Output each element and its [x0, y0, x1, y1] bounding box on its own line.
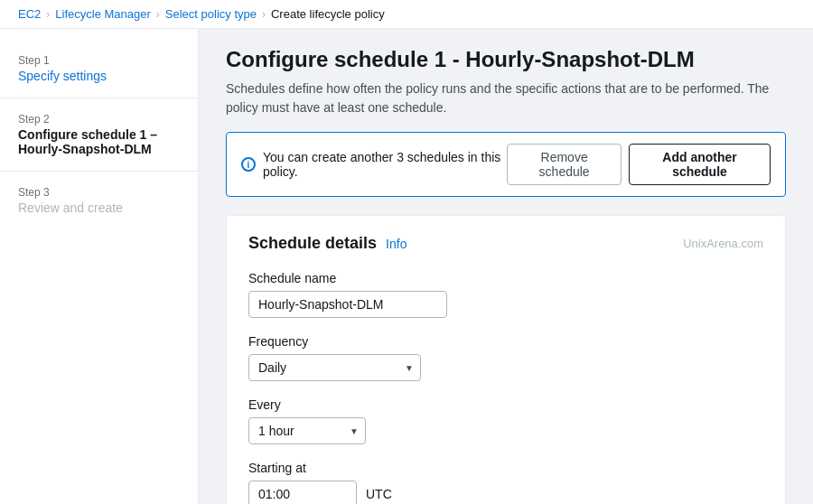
breadcrumb-lifecycle[interactable]: Lifecycle Manager: [55, 7, 151, 21]
breadcrumb-sep-1: ›: [46, 8, 50, 21]
starting-at-label: Starting at: [248, 461, 763, 475]
sidebar-divider-1: [0, 98, 198, 98]
starting-at-row: UTC: [248, 481, 763, 504]
breadcrumb-create: Create lifecycle policy: [271, 7, 385, 21]
frequency-field: Frequency Daily Weekly Monthly Custom cr…: [248, 334, 763, 381]
add-schedule-button[interactable]: Add another schedule: [629, 144, 771, 185]
schedule-name-label: Schedule name: [248, 271, 763, 285]
card-watermark: UnixArena.com: [683, 237, 763, 250]
page-description: Schedules define how often the policy ru…: [226, 79, 786, 117]
every-select-wrapper: 1 hour 2 hours 4 hours 8 hours 12 hours …: [248, 417, 366, 444]
every-select[interactable]: 1 hour 2 hours 4 hours 8 hours 12 hours …: [248, 417, 366, 444]
frequency-label: Frequency: [248, 334, 763, 349]
breadcrumb: EC2 › Lifecycle Manager › Select policy …: [0, 0, 813, 29]
card-header: Schedule details Info UnixArena.com: [248, 234, 763, 253]
info-banner: i You can create another 3 schedules in …: [226, 132, 786, 197]
sidebar: Step 1 Specify settings Step 2 Configure…: [0, 29, 199, 504]
page-title: Configure schedule 1 - Hourly-Snapshot-D…: [226, 47, 786, 72]
every-label: Every: [248, 397, 763, 412]
breadcrumb-sep-2: ›: [156, 8, 160, 21]
schedule-name-input[interactable]: [248, 291, 447, 318]
frequency-select-wrapper: Daily Weekly Monthly Custom cron express…: [248, 354, 421, 381]
step3-title: Review and create: [18, 201, 180, 215]
step1-block: Step 1 Specify settings: [0, 47, 198, 90]
main-content: Configure schedule 1 - Hourly-Snapshot-D…: [199, 29, 813, 504]
step1-label: Step 1: [18, 54, 180, 67]
schedule-name-field: Schedule name: [248, 271, 763, 318]
remove-schedule-button[interactable]: Remove schedule: [507, 144, 621, 185]
info-icon: i: [241, 157, 256, 172]
utc-label: UTC: [366, 487, 392, 501]
card-title-row: Schedule details Info: [248, 234, 406, 253]
schedule-info-link[interactable]: Info: [386, 237, 406, 251]
starting-at-input[interactable]: [248, 481, 357, 504]
breadcrumb-sep-3: ›: [262, 8, 266, 21]
sidebar-divider-2: [0, 171, 198, 172]
starting-at-field: Starting at UTC: [248, 461, 763, 504]
step2-block: Step 2 Configure schedule 1 – Hourly-Sna…: [0, 106, 198, 163]
schedule-details-card: Schedule details Info UnixArena.com Sche…: [226, 215, 786, 504]
step2-label: Step 2: [18, 113, 180, 126]
breadcrumb-policy-type[interactable]: Select policy type: [165, 7, 257, 21]
step1-title[interactable]: Specify settings: [18, 69, 180, 83]
info-banner-text: You can create another 3 schedules in th…: [263, 150, 507, 179]
breadcrumb-ec2[interactable]: EC2: [18, 7, 41, 21]
frequency-select[interactable]: Daily Weekly Monthly Custom cron express…: [248, 354, 421, 381]
info-banner-left: i You can create another 3 schedules in …: [241, 150, 507, 179]
info-banner-actions: Remove schedule Add another schedule: [507, 144, 771, 185]
step3-block: Step 3 Review and create: [0, 179, 198, 222]
card-title: Schedule details: [248, 234, 377, 253]
step3-label: Step 3: [18, 186, 180, 199]
every-field: Every 1 hour 2 hours 4 hours 8 hours 12 …: [248, 397, 763, 444]
step2-title: Configure schedule 1 – Hourly-Snapshot-D…: [18, 127, 180, 156]
